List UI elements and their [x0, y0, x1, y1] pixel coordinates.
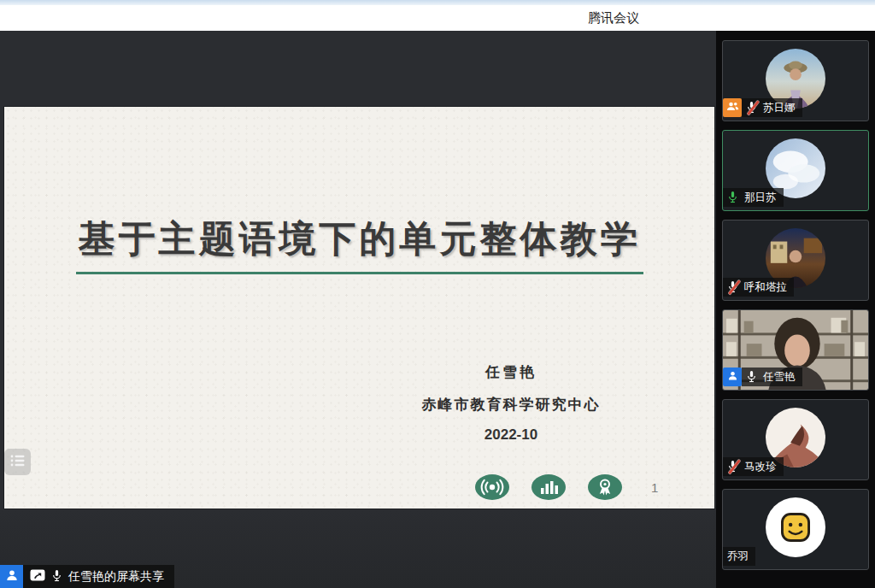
mic-icon	[727, 280, 740, 294]
participant-name: 乔羽	[727, 550, 749, 564]
shared-screen-stage: 基于主题语境下的单元整体教学 任雪艳 赤峰市教育科学研究中心 2022-10	[0, 31, 716, 588]
person-badge-icon	[5, 568, 19, 585]
presenter-name: 任雪艳	[386, 362, 636, 382]
screen-share-icon	[30, 569, 45, 585]
self-badge	[723, 368, 742, 386]
name-label: 任雪艳	[742, 368, 802, 386]
tile-footer: 马改珍	[723, 457, 784, 476]
host-badge	[723, 98, 742, 117]
tile-footer: 乔羽	[723, 547, 755, 566]
slide-title: 基于主题语境下的单元整体教学	[4, 107, 714, 264]
presentation-slide: 基于主题语境下的单元整体教学 任雪艳 赤峰市教育科学研究中心 2022-10	[4, 107, 714, 509]
title-underline	[76, 272, 643, 274]
name-label: 马改珍	[723, 457, 784, 476]
presenter-date: 2022-10	[386, 426, 636, 444]
mic-icon	[51, 569, 62, 585]
tile-footer: 任雪艳	[723, 368, 802, 386]
participant-tile[interactable]: 呼和塔拉	[722, 220, 869, 301]
slide-logo-row	[475, 474, 622, 500]
participants-sidebar[interactable]: 苏日娜	[716, 31, 875, 588]
tile-footer: 呼和塔拉	[723, 278, 794, 297]
name-label: 呼和塔拉	[723, 278, 794, 297]
screen-share-banner: 任雪艳的屏幕共享	[0, 565, 174, 588]
mic-icon	[727, 460, 740, 473]
participant-tile[interactable]: 马改珍	[722, 399, 869, 480]
tile-footer: 那日苏	[723, 188, 784, 207]
titlebar: 腾讯会议	[0, 5, 875, 31]
share-label: 任雪艳的屏幕共享	[23, 565, 174, 588]
avatar	[766, 497, 825, 557]
tile-footer: 苏日娜	[723, 98, 802, 117]
participant-tile[interactable]: 那日苏	[722, 130, 869, 211]
name-label: 乔羽	[723, 547, 755, 566]
people-badge-icon	[726, 100, 739, 115]
presenter-block: 任雪艳 赤峰市教育科学研究中心 2022-10	[386, 362, 636, 444]
participant-name: 任雪艳	[763, 370, 796, 385]
participant-name: 马改珍	[744, 460, 777, 474]
participant-name: 那日苏	[744, 191, 777, 205]
name-label: 苏日娜	[742, 98, 802, 117]
mic-icon	[746, 101, 759, 115]
participant-name: 苏日娜	[763, 101, 796, 115]
person-badge-icon	[727, 369, 738, 385]
participant-tile[interactable]: 苏日娜	[722, 40, 869, 121]
participant-tile[interactable]: 任雪艳	[722, 309, 869, 391]
slide-list-button	[4, 449, 31, 475]
medal-icon	[588, 474, 622, 500]
slide-page-number: 1	[651, 480, 658, 495]
app-title: 腾讯会议	[588, 10, 639, 26]
participant-name: 呼和塔拉	[744, 280, 787, 295]
participant-tile[interactable]: 乔羽	[722, 489, 869, 570]
mic-icon	[727, 191, 740, 204]
share-banner-text: 任雪艳的屏幕共享	[68, 569, 164, 585]
name-label: 那日苏	[723, 188, 784, 207]
presenter-organization: 赤峰市教育科学研究中心	[386, 395, 636, 415]
broadcast-icon	[475, 474, 509, 500]
self-badge	[0, 565, 23, 588]
mic-icon	[746, 370, 759, 384]
bar-chart-icon	[531, 474, 566, 500]
list-icon	[10, 454, 26, 471]
